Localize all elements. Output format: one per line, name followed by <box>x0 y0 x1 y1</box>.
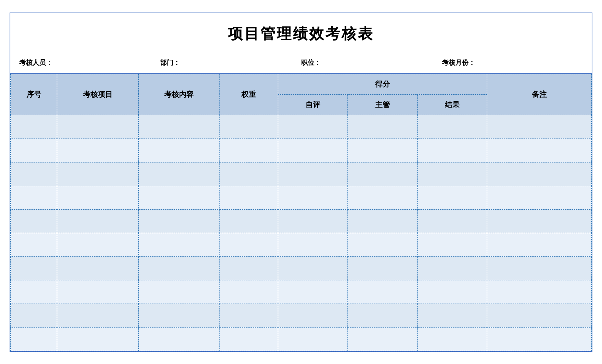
table-cell[interactable] <box>11 186 57 209</box>
table-cell[interactable] <box>220 327 278 351</box>
table-cell[interactable] <box>417 186 487 209</box>
table-cell[interactable] <box>11 115 57 139</box>
position-label: 职位： <box>301 58 321 67</box>
table-cell[interactable] <box>57 304 139 327</box>
th-defen: 得分 <box>278 74 487 94</box>
table-cell[interactable] <box>347 327 417 351</box>
table-cell[interactable] <box>138 280 220 304</box>
table-cell[interactable] <box>347 139 417 162</box>
table-cell[interactable] <box>347 115 417 139</box>
table-cell[interactable] <box>220 162 278 186</box>
table-cell[interactable] <box>220 209 278 233</box>
table-cell[interactable] <box>417 233 487 256</box>
table-cell[interactable] <box>220 186 278 209</box>
table-cell[interactable] <box>278 115 347 139</box>
table-container: 序号 考核项目 考核内容 权重 得分 备注 自评 主管 结果 <box>10 74 592 351</box>
table-cell[interactable] <box>57 256 139 280</box>
personnel-item: 考核人员： <box>19 58 160 67</box>
table-cell[interactable] <box>138 327 220 351</box>
position-value[interactable] <box>321 58 435 67</box>
table-cell[interactable] <box>417 304 487 327</box>
table-row <box>11 139 592 162</box>
table-cell[interactable] <box>138 209 220 233</box>
table-cell[interactable] <box>487 304 592 327</box>
table-cell[interactable] <box>11 162 57 186</box>
department-item: 部门： <box>160 58 301 67</box>
table-cell[interactable] <box>278 327 347 351</box>
table-cell[interactable] <box>57 327 139 351</box>
table-row <box>11 186 592 209</box>
table-cell[interactable] <box>11 233 57 256</box>
table-cell[interactable] <box>11 280 57 304</box>
table-cell[interactable] <box>57 280 139 304</box>
table-cell[interactable] <box>11 256 57 280</box>
table-cell[interactable] <box>138 304 220 327</box>
department-value[interactable] <box>180 58 294 67</box>
table-cell[interactable] <box>487 280 592 304</box>
month-item: 考核月份： <box>442 58 583 67</box>
table-cell[interactable] <box>417 162 487 186</box>
table-cell[interactable] <box>417 209 487 233</box>
th-jieguo: 结果 <box>417 94 487 115</box>
th-kaohe-xiangmu: 考核项目 <box>57 74 139 115</box>
table-cell[interactable] <box>138 139 220 162</box>
table-cell[interactable] <box>11 209 57 233</box>
table-cell[interactable] <box>220 233 278 256</box>
table-cell[interactable] <box>487 162 592 186</box>
table-cell[interactable] <box>487 256 592 280</box>
table-cell[interactable] <box>220 139 278 162</box>
table-cell[interactable] <box>57 186 139 209</box>
table-cell[interactable] <box>11 139 57 162</box>
table-cell[interactable] <box>487 233 592 256</box>
table-cell[interactable] <box>417 115 487 139</box>
table-cell[interactable] <box>417 256 487 280</box>
table-cell[interactable] <box>487 327 592 351</box>
table-cell[interactable] <box>347 280 417 304</box>
table-cell[interactable] <box>487 115 592 139</box>
table-cell[interactable] <box>487 209 592 233</box>
table-cell[interactable] <box>57 115 139 139</box>
table-cell[interactable] <box>220 304 278 327</box>
table-cell[interactable] <box>347 162 417 186</box>
table-cell[interactable] <box>138 233 220 256</box>
table-cell[interactable] <box>417 327 487 351</box>
table-cell[interactable] <box>138 256 220 280</box>
table-cell[interactable] <box>220 280 278 304</box>
table-cell[interactable] <box>278 233 347 256</box>
table-cell[interactable] <box>347 256 417 280</box>
personnel-value[interactable] <box>52 58 153 67</box>
table-cell[interactable] <box>347 186 417 209</box>
table-cell[interactable] <box>347 233 417 256</box>
table-cell[interactable] <box>487 139 592 162</box>
table-cell[interactable] <box>347 209 417 233</box>
table-cell[interactable] <box>417 139 487 162</box>
table-cell[interactable] <box>138 162 220 186</box>
table-cell[interactable] <box>57 162 139 186</box>
personnel-label: 考核人员： <box>19 58 52 67</box>
table-cell[interactable] <box>278 209 347 233</box>
table-cell[interactable] <box>417 280 487 304</box>
table-cell[interactable] <box>11 327 57 351</box>
table-cell[interactable] <box>57 233 139 256</box>
month-value[interactable] <box>475 58 575 67</box>
table-cell[interactable] <box>278 256 347 280</box>
table-cell[interactable] <box>11 304 57 327</box>
table-cell[interactable] <box>138 186 220 209</box>
table-cell[interactable] <box>347 304 417 327</box>
table-cell[interactable] <box>57 139 139 162</box>
table-cell[interactable] <box>138 115 220 139</box>
main-table: 序号 考核项目 考核内容 权重 得分 备注 自评 主管 结果 <box>10 74 592 351</box>
table-row <box>11 162 592 186</box>
table-cell[interactable] <box>278 304 347 327</box>
department-label: 部门： <box>160 58 180 67</box>
table-cell[interactable] <box>487 186 592 209</box>
table-cell[interactable] <box>278 280 347 304</box>
table-cell[interactable] <box>57 209 139 233</box>
th-kaohe-neirong: 考核内容 <box>138 74 220 115</box>
table-cell[interactable] <box>220 115 278 139</box>
table-cell[interactable] <box>278 162 347 186</box>
table-cell[interactable] <box>278 186 347 209</box>
table-cell[interactable] <box>278 139 347 162</box>
th-xuhao: 序号 <box>11 74 57 115</box>
table-cell[interactable] <box>220 256 278 280</box>
